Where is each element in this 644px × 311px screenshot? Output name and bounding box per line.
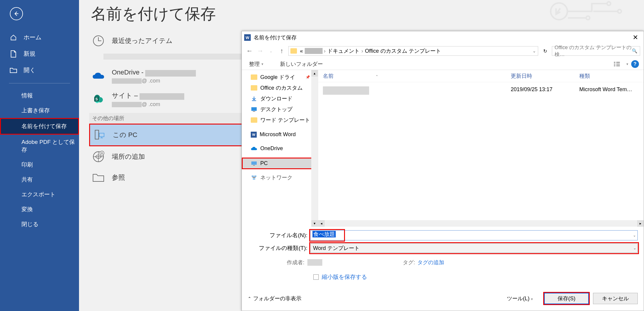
tree-desktop[interactable]: デスクトップ bbox=[242, 104, 311, 115]
sidebar-item-print[interactable]: 印刷 bbox=[0, 157, 79, 172]
svg-rect-18 bbox=[252, 175, 254, 177]
filename-value: 食べ放題 bbox=[312, 231, 336, 237]
backstage-sidebar: ホーム 新規 開く 情報 上書き保存 名前を付けて保存 Adobe PDF とし… bbox=[0, 0, 79, 311]
scroll-right-button[interactable]: ▸ bbox=[637, 220, 644, 227]
search-box[interactable]: Office のカスタム テンプレートの検… 🔍 bbox=[552, 46, 640, 56]
tree-office-custom[interactable]: Office のカスタム bbox=[242, 83, 311, 93]
folder-icon bbox=[290, 48, 297, 54]
tree-onedrive[interactable]: OneDrive bbox=[242, 144, 311, 153]
address-dropdown[interactable]: ⌄ bbox=[532, 49, 536, 53]
column-date[interactable]: 更新日時 bbox=[511, 72, 579, 80]
location-browse[interactable]: 参照 bbox=[89, 167, 256, 188]
sidebar-item-home[interactable]: ホーム bbox=[0, 29, 79, 46]
file-list-header: 名前⌃ 更新日時 種類 bbox=[318, 70, 644, 82]
sidebar-separator bbox=[9, 83, 70, 83]
sidebar-item-share[interactable]: 共有 bbox=[0, 172, 79, 187]
filename-label: ファイル名(N): bbox=[248, 231, 310, 239]
svg-rect-10 bbox=[95, 130, 99, 139]
location-sharepoint-site[interactable]: S サイト – @ .com bbox=[89, 88, 256, 111]
dialog-titlebar: W 名前を付けて保存 ✕ bbox=[242, 31, 644, 44]
save-thumbnail-checkbox[interactable] bbox=[313, 274, 319, 280]
sidebar-item-open[interactable]: 開く bbox=[0, 62, 79, 78]
refresh-button[interactable]: ↻ bbox=[541, 48, 549, 54]
location-onedrive[interactable]: OneDrive - @ .com bbox=[89, 65, 256, 88]
author-redacted bbox=[307, 259, 322, 266]
tree-network[interactable]: ネットワーク bbox=[242, 172, 311, 183]
nav-recent-dropdown[interactable]: ⌄ bbox=[267, 49, 275, 53]
downloads-icon bbox=[251, 96, 257, 101]
sidebar-label-new: 新規 bbox=[24, 50, 35, 58]
column-type[interactable]: 種類 bbox=[579, 72, 639, 80]
new-folder-button[interactable]: 新しいフォルダー bbox=[278, 59, 325, 69]
word-app-icon: W bbox=[244, 34, 251, 41]
nav-back-button[interactable]: ← bbox=[245, 47, 254, 55]
file-list-row[interactable]: 2019/09/25 13:17 Microsoft Word Tem… bbox=[323, 84, 639, 97]
breadcrumb-office-templates[interactable]: Office のカスタム テンプレート bbox=[364, 47, 442, 55]
view-options-button[interactable] bbox=[614, 61, 626, 67]
sidebar-item-adobe-pdf[interactable]: Adobe PDF として保存 bbox=[0, 135, 79, 157]
nav-forward-button[interactable]: → bbox=[256, 47, 264, 55]
folder-icon bbox=[251, 85, 257, 91]
breadcrumb-documents[interactable]: ドキュメント bbox=[326, 47, 361, 55]
sidebar-item-transform[interactable]: 変換 bbox=[0, 202, 79, 217]
back-button[interactable] bbox=[10, 7, 23, 20]
tree-google-drive[interactable]: Google ドライ📌 bbox=[242, 72, 311, 83]
save-button[interactable]: 保存(S) bbox=[544, 293, 589, 304]
tree-word-templates[interactable]: ワード テンプレート bbox=[242, 115, 311, 125]
tree-scrollbar[interactable]: ▴▾ bbox=[311, 70, 318, 227]
view-options-dropdown[interactable]: ▾ bbox=[626, 62, 628, 66]
tag-add-link[interactable]: タグの追加 bbox=[417, 259, 444, 266]
sidebar-item-save-as[interactable]: 名前を付けて保存 bbox=[0, 118, 79, 135]
sidebar-item-export[interactable]: エクスポート bbox=[0, 187, 79, 202]
column-name[interactable]: 名前⌃ bbox=[323, 72, 511, 80]
onedrive-icon bbox=[251, 146, 257, 151]
dialog-form: ファイル名(N): 食べ放題 ⌄ ファイルの種類(T): Word テンプレート… bbox=[242, 227, 644, 288]
sidebar-item-save[interactable]: 上書き保存 bbox=[0, 103, 79, 118]
redacted-filename bbox=[323, 86, 369, 95]
tag-label: タグ: bbox=[403, 259, 415, 266]
scroll-left-button[interactable]: ◂ bbox=[318, 220, 325, 227]
tree-pc[interactable]: PC bbox=[242, 158, 312, 169]
location-add-place[interactable]: 場所の追加 bbox=[89, 146, 256, 167]
dialog-nav-row: ← → ⌄ ↑ « › ドキュメント › Office のカスタム テンプレート… bbox=[242, 44, 644, 58]
sort-indicator-icon: ⌃ bbox=[375, 74, 378, 79]
filename-input[interactable]: 食べ放題 ⌄ bbox=[310, 230, 638, 240]
address-bar[interactable]: « › ドキュメント › Office のカスタム テンプレート ⌄ bbox=[288, 46, 538, 56]
scroll-up-button[interactable]: ▴ bbox=[311, 70, 318, 77]
tools-menu[interactable]: ツール(L) ▾ bbox=[507, 295, 533, 302]
sidebar-label-open: 開く bbox=[24, 66, 35, 74]
dialog-body: Google ドライ📌 Office のカスタム ダウンロード デスクトップ ワ… bbox=[242, 70, 644, 227]
folder-tree: Google ドライ📌 Office のカスタム ダウンロード デスクトップ ワ… bbox=[242, 70, 318, 227]
redacted bbox=[305, 48, 323, 54]
sharepoint-icon: S bbox=[92, 92, 105, 106]
organize-menu[interactable]: 整理▾ bbox=[247, 59, 266, 69]
hide-folders-toggle[interactable]: ⌃フォルダーの非表示 bbox=[248, 295, 301, 302]
sidebar-item-info[interactable]: 情報 bbox=[0, 88, 79, 103]
sidebar-item-new[interactable]: 新規 bbox=[0, 46, 79, 62]
redacted-bar bbox=[103, 54, 250, 60]
save-thumbnail-label: 縮小版を保存する bbox=[322, 273, 367, 281]
location-recent[interactable]: 最近使ったアイテム bbox=[89, 30, 256, 51]
svg-text:S: S bbox=[95, 97, 98, 101]
svg-rect-19 bbox=[254, 175, 256, 177]
svg-rect-14 bbox=[251, 107, 257, 111]
filetype-select[interactable]: Word テンプレート ⌄ bbox=[310, 243, 638, 253]
word-icon: W bbox=[251, 132, 257, 138]
dialog-footer: ⌃フォルダーの非表示 ツール(L) ▾ 保存(S) キャンセル bbox=[242, 288, 644, 311]
tree-downloads[interactable]: ダウンロード bbox=[242, 93, 311, 104]
help-button[interactable]: ? bbox=[631, 60, 639, 68]
add-place-icon bbox=[92, 150, 105, 164]
filename-dropdown[interactable]: ⌄ bbox=[633, 233, 636, 237]
tree-ms-word[interactable]: WMicrosoft Word bbox=[242, 130, 311, 139]
location-this-pc[interactable]: この PC bbox=[89, 124, 256, 146]
close-button[interactable]: ✕ bbox=[629, 34, 641, 41]
cancel-button[interactable]: キャンセル bbox=[593, 293, 638, 304]
dialog-title: 名前を付けて保存 bbox=[254, 34, 629, 41]
desktop-icon bbox=[251, 107, 257, 112]
scroll-down-button[interactable]: ▾ bbox=[311, 220, 318, 227]
open-folder-icon bbox=[10, 67, 17, 73]
nav-up-button[interactable]: ↑ bbox=[278, 47, 286, 55]
file-list-rows: 2019/09/25 13:17 Microsoft Word Tem… bbox=[318, 82, 644, 220]
sidebar-item-close[interactable]: 閉じる bbox=[0, 217, 79, 232]
file-list-h-scrollbar[interactable]: ◂▸ bbox=[318, 220, 644, 227]
